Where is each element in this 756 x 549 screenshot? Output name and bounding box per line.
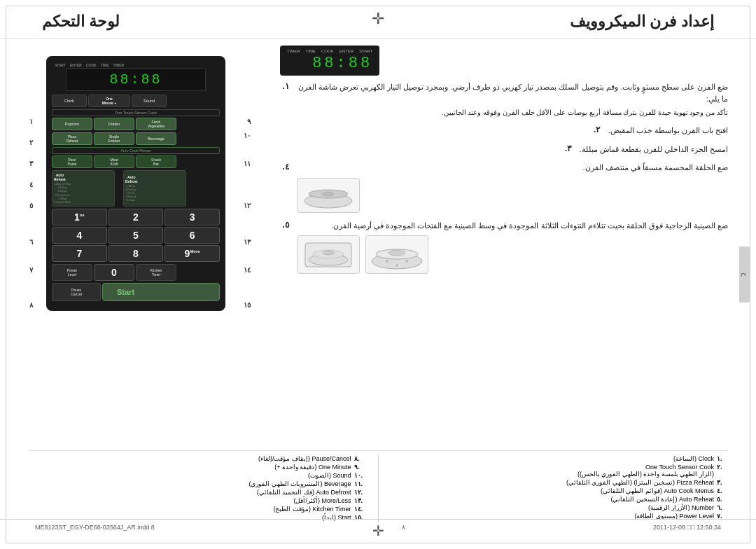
rice-pasta-button[interactable]: Rice/Pasta (52, 155, 92, 168)
callout-8: ٨ (29, 301, 33, 309)
legend-text-8: Pause/Cancel (إيقاف مؤقت/إلغاء) (258, 455, 351, 462)
pause-cancel-button[interactable]: PauseCancel (52, 283, 101, 301)
microwave-body: START ENTER COOK TIME TIMER 88:88 Clock (46, 56, 225, 311)
one-minute-label: OneMinute + (102, 97, 116, 105)
callout-3: ٣ (29, 160, 33, 167)
beverage-button[interactable]: Beverage (136, 132, 176, 145)
legend-item-12: ١٢. Auto Defrost (فك التجميد التلقائي) (28, 489, 367, 496)
auto-reheat-button[interactable]: AutoReheat 1.Arty Of Noo2.Pizza3.Soup4.C… (52, 170, 115, 207)
display-label-enter: ENTER (70, 63, 82, 67)
callout-4: ٤ (29, 181, 33, 188)
num-5-button[interactable]: 5 (108, 227, 164, 244)
legend-divider (378, 455, 379, 522)
legend-item-9: ٩. One Minute (دقيقة واحدة +) (28, 464, 367, 471)
microwave-wrapper: ١ ٢ ٣ ٤ ٥ ٦ ٧ ٨ ٩ ١٠ ١١ ١٢ ١٣ ١٤ ١٥ STAR… (28, 56, 252, 311)
legend-item-6: ٦. Number (الأزرار الرقمية) (390, 504, 729, 511)
legend-right-col: ١. Clock (الساعة) ٢. One Touch Sensor Co… (390, 455, 729, 522)
legend-text-2: One Touch Sensor Cook(الزار الطهي بلمسة … (578, 464, 714, 478)
legend-text-13: More/Less (أكثر/أقل) (293, 497, 351, 504)
footer-left: ME8123ST_EGY-DE68-03564J_AR.indd 8 (35, 524, 155, 531)
pizza-btn-row: PizzaReheat SingleEntrees Beverage (52, 132, 220, 145)
display-label-row: START ENTER COOK TIME TIMER (52, 63, 220, 67)
display-label-cook: COOK (86, 63, 97, 67)
callout-13: ١٣ (244, 238, 251, 246)
power-level-button[interactable]: PowerLevel (52, 264, 92, 281)
callout-2: ٢ (29, 139, 33, 146)
callout-10: ١٠ (244, 132, 251, 139)
num-7-button[interactable]: 7 (52, 245, 107, 262)
legend-left-col: ٨. Pause/Cancel (إيقاف مؤقت/إلغاء) ٩. On… (28, 455, 367, 522)
legend-num-3: ٣. (717, 479, 728, 486)
rice-btn-row: Rice/Pasta Meat/Fish SnackBar (52, 155, 220, 168)
display-digits-box: 88:88 (66, 68, 206, 91)
legend-num-4: ٤. (717, 487, 728, 494)
callout-15: ١٥ (244, 301, 251, 309)
sensor-btn-row: Popcorn Potato FreshVegetables (52, 118, 220, 130)
start-row: PauseCancel Start (52, 283, 220, 301)
one-minute-button[interactable]: OneMinute + (88, 95, 130, 107)
legend-text-11: Beverage (المشروبات الطهي الفوري) (248, 480, 351, 487)
compass-bottom-icon: ✛ (372, 522, 384, 539)
auto-defrost-button[interactable]: AutoDefrost 1.Meat2.Poultry3.Fish4.Bread… (123, 170, 186, 207)
num-1-button[interactable]: 1ss (52, 209, 107, 225)
compass-top-icon: ✛ (372, 10, 384, 28)
potato-button[interactable]: Potato (94, 118, 134, 130)
legend-num-11: ١١. (354, 480, 367, 487)
sound-label: Sound (144, 99, 155, 104)
callout-6: ٦ (29, 238, 33, 246)
legend-item-3: ٣. Pizza Reheat (تسخين البيتزا) (الطهي ا… (390, 479, 729, 486)
snack-bar-button[interactable]: SnackBar (136, 155, 176, 168)
clock-button[interactable]: Clock (52, 95, 87, 107)
side-tab: ج (739, 246, 750, 303)
legend-text-10: Sound (الصوت) (308, 472, 351, 479)
display-label-start: START (55, 63, 66, 67)
num-6-button[interactable]: 6 (164, 227, 220, 244)
kitchen-timer-button[interactable]: KitchenTimer (136, 264, 176, 281)
legend-text-12: Auto Defrost (فك التجميد التلقائي) (257, 489, 351, 496)
legend-text-1: Clock (الساعة) (673, 455, 714, 462)
legend-num-2: ٢. (717, 464, 728, 471)
num-0-button[interactable]: 0 (94, 264, 134, 281)
legend-item-8: ٨. Pause/Cancel (إيقاف مؤقت/إلغاء) (28, 455, 367, 462)
legend-num-8: ٨. (354, 455, 367, 462)
left-panel: ١ ٢ ٣ ٤ ٥ ٦ ٧ ٨ ٩ ١٠ ١١ ١٢ ١٣ ١٤ ١٥ STAR… (28, 46, 266, 510)
pizza-reheat-button[interactable]: PizzaReheat (52, 132, 92, 145)
footer-right: 2011-12-08 □□ 12:50:34 (653, 524, 721, 531)
num-8-button[interactable]: 8 (108, 245, 164, 262)
auto-reheat-row: AutoReheat 1.Arty Of Noo2.Pizza3.Soup4.C… (52, 170, 220, 207)
callout-14: ١٤ (244, 266, 251, 274)
callout-1: ١ (29, 118, 33, 125)
legend-item-2: ٢. One Touch Sensor Cook(الزار الطهي بلم… (390, 464, 729, 478)
auto-cook-label: Auto Cook Menus (52, 147, 220, 154)
legend-item-10: ١٠. Sound (الصوت) (28, 472, 367, 479)
top-btn-row: Clock OneMinute + Sound (52, 95, 220, 107)
legend-item-13: ١٣. More/Less (أكثر/أقل) (28, 497, 367, 504)
sound-button[interactable]: Sound (132, 95, 167, 107)
num-2-button[interactable]: 2 (108, 209, 164, 225)
fresh-veg-button[interactable]: FreshVegetables (136, 118, 176, 130)
legend-num-5: ٥. (717, 496, 728, 503)
legend-item-4: ٤. Auto Cook Menus (قوائم الطهي التلقائي… (390, 487, 729, 494)
legend-num-1: ١. (717, 455, 728, 462)
single-entrees-button[interactable]: SingleEntrees (94, 132, 134, 145)
meat-fish-button[interactable]: Meat/Fish (94, 155, 134, 168)
legend-text-5: Auto Reheat (إعادة التسخين التلقاني) (610, 496, 714, 503)
num-3-button[interactable]: 3 (164, 209, 220, 225)
legend-text-4: Auto Cook Menus (قوائم الطهي التلقائي) (601, 487, 714, 494)
num-4-button[interactable]: 4 (52, 227, 107, 244)
legend-num-6: ٦. (717, 504, 728, 511)
callout-5: ٥ (29, 202, 33, 209)
legend-num-12: ١٢. (354, 489, 367, 496)
legend-item-1: ١. Clock (الساعة) (390, 455, 729, 462)
display-label-time: TIME (101, 63, 109, 67)
legend-text-3: Pizza Reheat (تسخين البيتزا) (الطهي الفو… (566, 479, 714, 486)
legend-num-10: ١٠. (354, 472, 367, 479)
start-button[interactable]: Start (102, 283, 220, 301)
callout-7: ٧ (29, 266, 33, 274)
display-label-timer: TIMER (113, 63, 125, 67)
popcorn-button[interactable]: Popcorn (52, 118, 92, 130)
legend-item-5: ٥. Auto Reheat (إعادة التسخين التلقاني) (390, 496, 729, 503)
num-9-button[interactable]: 9More (164, 245, 220, 262)
callout-11: ١١ (244, 160, 251, 167)
legend-num-14: ١٤. (354, 506, 367, 513)
